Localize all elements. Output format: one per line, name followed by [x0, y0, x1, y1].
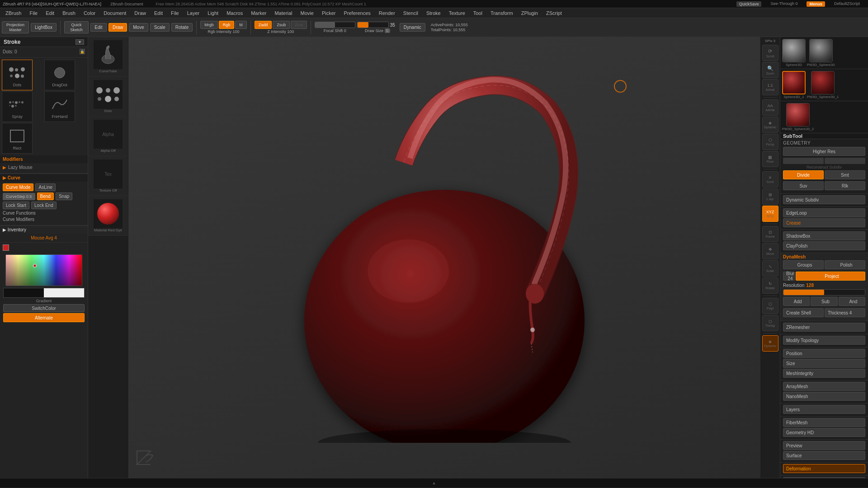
- canvas-area[interactable]: [129, 37, 760, 478]
- zcut-btn[interactable]: Zcut: [291, 21, 307, 29]
- sphere3d-1-thumb[interactable]: Sphere3D_1: [782, 71, 806, 99]
- menu-draw[interactable]: Draw: [131, 9, 150, 17]
- layers-btn[interactable]: Layers: [783, 405, 865, 414]
- icon-aahal[interactable]: AA AAHal: [762, 99, 778, 116]
- lazy-mouse-toggle[interactable]: ▶: [3, 165, 6, 170]
- meshintegrity-btn[interactable]: MeshIntegrity: [783, 369, 865, 378]
- color-swatch-small[interactable]: [3, 244, 10, 252]
- add-btn[interactable]: Add: [783, 297, 810, 306]
- menu-layer[interactable]: Layer: [184, 9, 203, 17]
- draw-btn[interactable]: Draw: [108, 23, 127, 32]
- geometryhd-btn[interactable]: Geometry HD: [783, 428, 865, 437]
- menu-preferences[interactable]: Preferences: [340, 9, 374, 17]
- gradient-bar[interactable]: [3, 288, 85, 298]
- crease-btn[interactable]: Crease: [783, 218, 865, 227]
- higher-res-btn[interactable]: Higher Res: [783, 147, 865, 156]
- icon-frame[interactable]: ⊡ Frame: [762, 226, 778, 242]
- icon-actual[interactable]: 1:1 Actual: [762, 79, 778, 95]
- color-picker[interactable]: [5, 254, 82, 286]
- lock-end-btn[interactable]: Lock End: [31, 202, 57, 209]
- stroke-options-btn[interactable]: ▼: [75, 39, 84, 45]
- menu-edit[interactable]: Edit: [42, 9, 58, 17]
- zadd-btn[interactable]: Zadd: [255, 21, 272, 29]
- dynamic-btn[interactable]: Dynamic: [400, 23, 425, 32]
- curve-toggle[interactable]: ▶: [3, 175, 6, 180]
- curve-mode-btn[interactable]: Curve Mode: [3, 183, 33, 191]
- quick-sketch-btn[interactable]: Quick Sketch: [64, 21, 89, 34]
- brush-cell-rect[interactable]: Rect: [2, 123, 33, 154]
- icon-xyz[interactable]: XYZ XrYz: [762, 206, 778, 222]
- icon-scrol[interactable]: ≡ Scrol: [762, 171, 778, 188]
- shadowbox-btn[interactable]: ShadowBox: [783, 231, 865, 240]
- dots-lock-btn[interactable]: 🔒: [80, 49, 85, 54]
- groups-btn[interactable]: Groups: [783, 260, 824, 269]
- pm3d-sphere30-1-thumb[interactable]: PM3D_Sphere30_1: [807, 71, 839, 99]
- brush-cell-dragdot[interactable]: DragDot: [44, 60, 75, 90]
- icon-polyf[interactable]: ⬡ Polyf: [762, 298, 778, 314]
- move-btn[interactable]: Move: [129, 23, 148, 32]
- m-btn[interactable]: M: [235, 21, 247, 29]
- and-btn[interactable]: And: [839, 297, 865, 306]
- icon-dynamic[interactable]: ◈ Dynamic: [762, 117, 778, 133]
- menu-light[interactable]: Light: [204, 9, 222, 17]
- menu-file2[interactable]: File: [167, 9, 183, 17]
- brush-thumb-texture[interactable]: Tex Texture Off: [88, 156, 128, 196]
- menu-edit2[interactable]: Edit: [151, 9, 166, 17]
- menu-stroke[interactable]: Stroke: [423, 9, 444, 17]
- zsub-btn[interactable]: Zsub: [273, 21, 290, 29]
- modify-topology-btn[interactable]: Modify Topology: [783, 336, 865, 345]
- menu-material[interactable]: Material: [271, 9, 296, 17]
- position-btn[interactable]: Position: [783, 349, 865, 358]
- icon-zoom[interactable]: 🔍 Zoom: [762, 62, 778, 78]
- menu-zscript[interactable]: ZScript: [542, 9, 566, 17]
- icon-persp[interactable]: ⬡ Persp: [762, 134, 778, 150]
- deformation-btn[interactable]: Deformation: [783, 464, 865, 473]
- pm3d-sphere30-2-thumb[interactable]: PM3D_Sphere30_2: [782, 103, 814, 131]
- rlk-btn[interactable]: Rlk: [825, 181, 865, 190]
- brush-thumb-alpha[interactable]: Alpha Alpha Off: [88, 117, 128, 156]
- menu-brush[interactable]: Brush: [59, 9, 79, 17]
- lightbox-btn[interactable]: LightBox: [31, 23, 57, 32]
- size-btn[interactable]: Size: [783, 359, 865, 368]
- menu-render[interactable]: Render: [375, 9, 399, 17]
- default-script[interactable]: DefaultZScript: [834, 1, 860, 7]
- sub-btn[interactable]: Sub: [811, 297, 837, 306]
- snap-btn[interactable]: Snap: [56, 192, 72, 200]
- preview-btn[interactable]: Preview: [783, 441, 865, 450]
- resolution-slider[interactable]: [783, 289, 865, 296]
- mouse-avg-btn[interactable]: Mouse Avg 4: [3, 235, 85, 240]
- suv-btn[interactable]: Suv: [783, 181, 824, 190]
- bend-btn[interactable]: Bend: [37, 192, 54, 200]
- icon-transp[interactable]: ◻ Transp: [762, 315, 778, 331]
- edit-btn[interactable]: Edit: [90, 23, 107, 32]
- lock-start-btn[interactable]: Lock Start: [3, 202, 29, 209]
- edgeloop-btn[interactable]: EdgeLoop: [783, 208, 865, 217]
- fibermesh-btn[interactable]: FiberMesh: [783, 418, 865, 427]
- menu-picker[interactable]: Picker: [318, 9, 340, 17]
- brush-cell-frehand[interactable]: FreHand: [44, 91, 75, 122]
- inventory-toggle[interactable]: ▶: [3, 227, 8, 232]
- brush-thumb-curvetube[interactable]: CurveTube: [88, 37, 128, 77]
- focal-shift-slider[interactable]: [315, 22, 355, 28]
- create-shell-btn[interactable]: Create Shell: [783, 308, 824, 317]
- icon-scroll[interactable]: ⟳ Scroll: [762, 45, 778, 61]
- surface-btn[interactable]: Surface: [783, 451, 865, 460]
- zremesher-btn[interactable]: ZRemesher: [783, 323, 865, 332]
- menu-marker[interactable]: Marker: [247, 9, 270, 17]
- dynamic-subdiv-btn[interactable]: Dynamic Subdiv: [783, 195, 865, 204]
- curve-modifiers-btn[interactable]: Curve Modifiers: [3, 217, 34, 222]
- menus-btn[interactable]: Menus: [807, 1, 825, 7]
- icon-move[interactable]: ✥ Move: [762, 243, 778, 259]
- brush-cell-spray[interactable]: Spray: [2, 91, 33, 122]
- menu-zbrush[interactable]: ZBrush: [2, 9, 25, 17]
- polish-btn[interactable]: Polish: [825, 260, 865, 269]
- rotate-btn[interactable]: Rotate: [171, 23, 193, 32]
- nanomesh-btn[interactable]: NanoMesh: [783, 392, 865, 401]
- pm3d-sphere30-thumb[interactable]: PM3D_Sphere30: [807, 39, 835, 67]
- icon-floor[interactable]: ▦ Floor: [762, 151, 778, 167]
- project-btn[interactable]: Project: [796, 272, 865, 281]
- projection-master-btn[interactable]: Projection Master: [2, 21, 29, 34]
- thickness-btn[interactable]: Thickness 4: [825, 308, 865, 317]
- icon-scale[interactable]: ⤡ Scale: [762, 260, 778, 277]
- alternate-btn[interactable]: Alternate: [3, 313, 85, 322]
